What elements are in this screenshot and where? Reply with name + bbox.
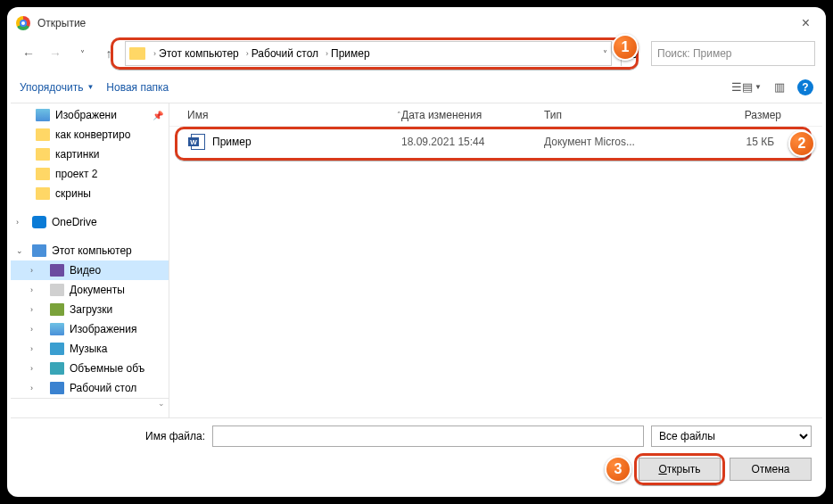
file-type: Документ Micros...: [544, 136, 678, 148]
sidebar-item-images[interactable]: Изображени📌: [11, 105, 169, 125]
col-type: Тип: [544, 109, 678, 121]
up-button[interactable]: ↑: [98, 43, 120, 64]
col-date: Дата изменения: [401, 109, 544, 121]
sidebar-item-folder[interactable]: скрины: [11, 184, 169, 203]
file-row[interactable]: Пример 18.09.2021 15:44 Документ Micros.…: [177, 130, 815, 153]
history-dropdown[interactable]: ˅: [71, 43, 93, 64]
close-icon[interactable]: ×: [795, 15, 817, 31]
col-size: Размер: [678, 109, 808, 121]
nav-row: ← → ˅ ↑ ›Этот компьютер ›Рабочий стол ›П…: [11, 36, 822, 71]
chrome-icon: [16, 16, 30, 30]
sidebar-item-folder[interactable]: картинки: [11, 145, 169, 164]
file-name: Пример: [212, 136, 252, 148]
folder-icon: [129, 47, 145, 60]
breadcrumb[interactable]: ›Этот компьютер ›Рабочий стол ›Пример ˅: [125, 41, 612, 66]
pin-icon: 📌: [153, 111, 163, 120]
sidebar-item-pc[interactable]: ⌄Этот компьютер: [11, 241, 169, 260]
toolbar: Упорядочить ▼ Новая папка ☰▤ ▼ ▥ ?: [11, 71, 822, 103]
open-button[interactable]: Открыть: [639, 458, 721, 481]
help-icon[interactable]: ?: [797, 79, 813, 95]
sidebar-item-music[interactable]: ›Музыка: [11, 339, 169, 359]
file-area: Имя˄ Дата изменения Тип Размер Пример 18…: [169, 103, 822, 417]
forward-button: →: [45, 43, 66, 64]
sidebar-scroll-indicator[interactable]: ⌄: [11, 398, 169, 410]
search-input[interactable]: Поиск: Пример: [651, 41, 815, 66]
view-mode-button[interactable]: ☰▤ ▼: [731, 80, 762, 94]
sidebar-item-documents[interactable]: ›Документы: [11, 280, 169, 300]
onedrive-icon: [32, 216, 46, 228]
col-name: Имя: [187, 109, 208, 121]
crumb-2[interactable]: Пример: [331, 47, 370, 60]
file-list: Пример 18.09.2021 15:44 Документ Micros.…: [169, 127, 822, 417]
filename-label: Имя файла:: [21, 430, 205, 442]
sidebar: Изображени📌 как конвертиро картинки прое…: [11, 103, 169, 417]
back-button[interactable]: ←: [18, 43, 39, 64]
search-placeholder: Поиск: Пример: [657, 47, 732, 60]
sidebar-item-pictures[interactable]: ›Изображения: [11, 319, 169, 339]
crumb-0[interactable]: Этот компьютер: [159, 47, 239, 60]
crumb-1[interactable]: Рабочий стол: [252, 47, 318, 60]
filename-input[interactable]: [212, 426, 644, 447]
sidebar-item-video[interactable]: ›Видео: [11, 260, 169, 280]
filetype-select[interactable]: Все файлы: [651, 426, 812, 447]
new-folder-button[interactable]: Новая папка: [106, 81, 169, 94]
badge-3: 3: [605, 456, 631, 483]
sidebar-item-onedrive[interactable]: ›OneDrive: [11, 212, 169, 232]
file-size: 15 КБ: [678, 136, 801, 148]
breadcrumb-dropdown-icon[interactable]: ˅: [603, 49, 607, 59]
column-headers[interactable]: Имя˄ Дата изменения Тип Размер: [169, 103, 822, 127]
word-icon: [191, 134, 205, 150]
pc-icon: [32, 244, 46, 257]
preview-pane-button[interactable]: ▥: [774, 80, 785, 94]
sidebar-item-desktop[interactable]: ›Рабочий стол: [11, 378, 169, 398]
sidebar-item-folder[interactable]: проект 2: [11, 164, 169, 184]
titlebar: Открытие ×: [11, 11, 822, 36]
organize-button[interactable]: Упорядочить ▼: [20, 81, 94, 94]
refresh-button[interactable]: ↻: [621, 41, 646, 66]
footer: Имя файла: Все файлы 3 Открыть Отмена: [11, 417, 822, 493]
sidebar-item-folder[interactable]: как конвертиро: [11, 125, 169, 145]
sidebar-item-downloads[interactable]: ›Загрузки: [11, 300, 169, 319]
file-date: 18.09.2021 15:44: [401, 136, 544, 148]
sidebar-item-3dobjects[interactable]: ›Объемные объ: [11, 359, 169, 378]
window-title: Открытие: [37, 17, 86, 29]
cancel-button[interactable]: Отмена: [730, 458, 812, 481]
